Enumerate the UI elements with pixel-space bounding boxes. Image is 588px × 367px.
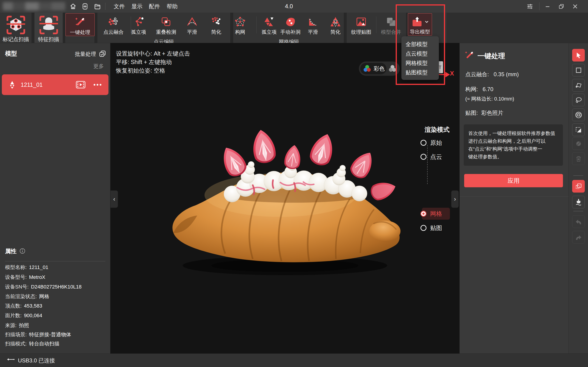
home-icon (69, 3, 77, 10)
redo-button[interactable] (572, 231, 585, 243)
minimize-button[interactable] (544, 2, 552, 10)
apply-button[interactable]: 应用 (464, 174, 563, 187)
color-option-selected[interactable]: 彩色 (360, 63, 387, 74)
hint-rotate-center: 设置旋转中心: Alt + 左键点击 (116, 49, 190, 58)
panel-collapse-tab[interactable]: › (451, 191, 459, 208)
settings-button[interactable] (526, 2, 534, 10)
property-row: 来源:拍照 (5, 322, 29, 329)
croissant-model-image (156, 125, 421, 281)
feature-scan-button[interactable]: 特征扫描 (35, 13, 63, 43)
export-all-models[interactable]: 全部模型 (401, 40, 439, 49)
ribbon-toolbar: 标记点扫描 特征扫描 一键处理 (0, 13, 588, 43)
property-row: 当前渲染状态:网格 (5, 293, 49, 300)
marker-scan-button[interactable]: 标记点扫描 (2, 13, 30, 43)
mesh-construct-icon (234, 15, 246, 28)
pc-smooth-button[interactable]: 平滑 (180, 13, 205, 36)
film-icon[interactable] (76, 80, 86, 89)
menu-accessories[interactable]: 配件 (146, 0, 163, 13)
render-mode-texture[interactable]: 贴图 (421, 225, 442, 231)
viewport-3d[interactable]: 设置旋转中心: Alt + 左键点击 平移: Shift + 左键拖动 恢复初始… (110, 43, 459, 353)
model-merge-button[interactable]: 模型合并 (379, 13, 404, 36)
point-cloud-fusion-button[interactable]: 点云融合 (101, 13, 126, 36)
magic-wand-icon (464, 50, 475, 61)
render-mode-mesh[interactable]: 网格 (421, 210, 442, 217)
close-button[interactable] (571, 2, 579, 10)
pc-isolated-label: 孤立项 (131, 29, 146, 36)
render-color-toggle[interactable]: 彩色 (359, 61, 400, 76)
magic-wand-icon (74, 15, 86, 28)
info-icon[interactable] (19, 248, 26, 254)
mesh-group-label: 网格编辑 (233, 38, 345, 43)
mesh-isolated-label: 孤立项 (261, 29, 277, 36)
undo-button[interactable] (572, 215, 585, 228)
export-pointcloud-model[interactable]: 点云模型 (401, 49, 439, 58)
hide-button[interactable] (572, 137, 585, 150)
divider (459, 196, 569, 197)
restore-icon (558, 3, 564, 9)
title-bar: 文件 显示 配件 帮助 4.0 (0, 0, 588, 13)
panel-title: 一键处理 (477, 51, 505, 61)
selection-tool-strip (569, 43, 588, 354)
invert-select-button[interactable] (572, 124, 585, 136)
mesh-row: 构网: 6.70 (465, 86, 493, 93)
radio-icon (421, 154, 426, 160)
pc-smooth-icon (186, 15, 198, 28)
export-model-button[interactable]: 导出模型 (408, 13, 432, 36)
color-option-label: 彩色 (374, 65, 385, 72)
brush-button[interactable] (572, 196, 585, 209)
rgb-color-icon (363, 65, 371, 73)
more-button[interactable]: 更多 (93, 63, 104, 70)
render-mode-original[interactable]: 原始 (421, 139, 442, 146)
export-model-icon (411, 15, 429, 28)
one-click-process-button[interactable]: 一键处理 (66, 13, 95, 36)
export-texture-model[interactable]: 贴图模型 (401, 68, 439, 77)
rect-select-icon (575, 67, 582, 74)
lasso-select-button[interactable] (572, 94, 585, 106)
export-mesh-model[interactable]: 网格模型 (401, 58, 439, 68)
info-line: 首次使用，一键处理根据软件推荐参数值 (468, 129, 558, 137)
batch-process-button[interactable]: 批量处理 (75, 50, 96, 58)
mesh-isolated-button[interactable]: 孤立项 (259, 13, 279, 36)
open-project-button[interactable] (93, 2, 102, 10)
overlap-detection-icon (160, 15, 172, 28)
mono-color-icon[interactable] (388, 65, 397, 73)
batch-process-icon[interactable] (99, 50, 106, 57)
home-button[interactable] (69, 2, 77, 10)
duplicate-selection-button[interactable] (572, 180, 585, 192)
texture-mapping-button[interactable]: 纹理贴图 (349, 13, 374, 36)
status-bar: USB3.0 已连接 (0, 353, 588, 367)
property-row: 设备型号:MetroX (5, 274, 45, 281)
manual-hole-fill-button[interactable]: 手动补洞 (277, 13, 304, 36)
point-cloud-fusion-icon (108, 15, 119, 28)
overlap-detection-button[interactable]: 重叠检测 (154, 13, 179, 36)
cursor-select-button[interactable] (572, 49, 585, 61)
sphere-select-button[interactable] (572, 108, 585, 121)
chevron-down-icon (424, 19, 429, 24)
rect-select-button[interactable] (572, 64, 585, 76)
sidebar-collapse-tab[interactable]: ‹ (111, 191, 118, 208)
delete-button[interactable] (572, 152, 585, 165)
menu-help[interactable]: 帮助 (163, 0, 181, 13)
ribbon-empty-zone (447, 13, 588, 43)
mesh-simplify-label: 简化 (330, 29, 341, 36)
info-box: 首次使用，一键处理根据软件推荐参数值 进行点云融合和构网，之后用户可以 在“点云… (464, 125, 563, 166)
ellipsis-icon[interactable]: ••• (94, 81, 103, 88)
lasso-select-icon (575, 96, 582, 104)
radio-connector (427, 145, 428, 184)
restore-button[interactable] (557, 2, 565, 10)
fusion-value: 0.35 (mm) (493, 71, 519, 77)
polygon-select-button[interactable] (572, 79, 585, 92)
mesh-smooth-button[interactable]: 平滑 (303, 13, 323, 36)
feature-scan-icon (39, 15, 59, 35)
mesh-construct-button[interactable]: 构网 (230, 13, 251, 36)
model-list-item[interactable]: 1211_01 ••• (2, 74, 108, 95)
menu-file[interactable]: 文件 (111, 0, 128, 13)
pc-isolated-button[interactable]: 孤立项 (126, 13, 151, 36)
sphere-select-icon (575, 111, 582, 119)
new-project-button[interactable] (81, 2, 89, 10)
render-mode-pointcloud[interactable]: 点云 (421, 153, 442, 160)
viewport-hints: 设置旋转中心: Alt + 左键点击 平移: Shift + 左键拖动 恢复初始… (116, 49, 190, 75)
menu-display[interactable]: 显示 (128, 0, 146, 13)
pc-simplify-button[interactable]: 简化 (204, 13, 229, 36)
mesh-simplify-button[interactable]: 简化 (325, 13, 346, 36)
